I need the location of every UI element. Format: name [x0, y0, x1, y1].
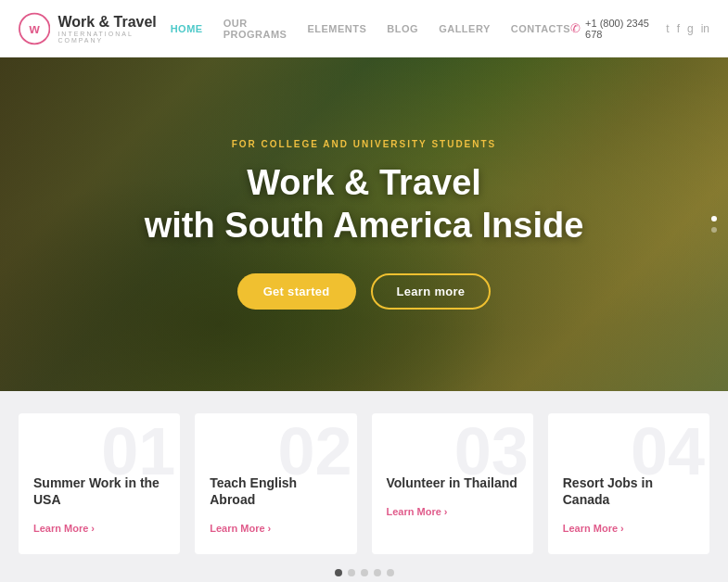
hero-tagline: For College and University Students — [232, 139, 497, 149]
page-dot-2[interactable] — [348, 569, 355, 576]
card-resort-canada: 04 Resort Jobs in Canada Learn More — [548, 413, 709, 554]
phone-area: ✆ +1 (800) 2345 678 — [570, 18, 655, 40]
page-dot-4[interactable] — [374, 569, 381, 576]
card-number-4: 04 — [631, 418, 705, 485]
main-nav: HOME OUR PROGRAMS ELEMENTS BLOG GALLERY … — [171, 18, 570, 40]
logo[interactable]: w Work & Travel International Company — [19, 11, 171, 46]
card-link-1[interactable]: Learn More — [33, 523, 95, 534]
nav-elements[interactable]: ELEMENTS — [307, 23, 366, 34]
card-number-1: 01 — [101, 418, 175, 485]
page-dot-1[interactable] — [335, 569, 342, 576]
hero-dot-1[interactable] — [711, 216, 717, 221]
nav-blog[interactable]: BLOG — [387, 23, 418, 34]
pagination — [19, 569, 709, 580]
hero-buttons: Get started Learn more — [237, 273, 492, 310]
phone-icon: ✆ — [570, 21, 581, 35]
learn-more-button[interactable]: Learn more — [371, 273, 492, 310]
hero-dot-2[interactable] — [711, 227, 717, 233]
cards-section: 01 Summer Work in the USA Learn More 02 … — [0, 391, 728, 582]
page-dot-3[interactable] — [361, 569, 368, 576]
hero-content: For College and University Students Work… — [0, 57, 728, 391]
linkedin-icon[interactable]: in — [701, 22, 709, 35]
hero-title-line2: with South America Inside — [145, 206, 584, 245]
nav-home[interactable]: HOME — [171, 23, 203, 34]
facebook-icon[interactable]: f — [677, 22, 680, 35]
header: w Work & Travel International Company HO… — [0, 0, 728, 57]
header-right: ✆ +1 (800) 2345 678 t f g in — [570, 18, 709, 40]
hero-title-line1: Work & Travel — [247, 163, 481, 202]
card-teach-english: 02 Teach English Abroad Learn More — [195, 413, 356, 554]
nav-contacts[interactable]: CONTACTS — [511, 23, 570, 34]
svg-text:w: w — [29, 20, 41, 35]
card-link-2[interactable]: Learn More — [210, 523, 271, 534]
logo-subtitle: International Company — [57, 31, 170, 44]
twitter-icon[interactable]: t — [666, 22, 669, 35]
card-link-3[interactable]: Learn More — [387, 506, 448, 517]
hero-title: Work & Travel with South America Inside — [145, 162, 584, 247]
card-number-3: 03 — [454, 418, 529, 485]
nav-programs[interactable]: OUR PROGRAMS — [224, 18, 287, 40]
social-icons: t f g in — [666, 22, 709, 35]
nav-gallery[interactable]: GALLERY — [439, 23, 491, 34]
logo-icon: w — [19, 11, 50, 46]
card-volunteer-thailand: 03 Volunteer in Thailand Learn More — [372, 413, 533, 554]
card-number-2: 02 — [277, 418, 351, 485]
phone-number: +1 (800) 2345 678 — [585, 18, 655, 40]
card-summer-usa: 01 Summer Work in the USA Learn More — [19, 413, 180, 554]
cards-grid: 01 Summer Work in the USA Learn More 02 … — [19, 413, 709, 554]
hero-slider-dots — [711, 216, 717, 233]
logo-title: Work & Travel — [57, 13, 170, 31]
hero-section: For College and University Students Work… — [0, 57, 728, 391]
google-plus-icon[interactable]: g — [687, 22, 694, 35]
get-started-button[interactable]: Get started — [237, 273, 356, 310]
page-dot-5[interactable] — [387, 569, 394, 576]
card-link-4[interactable]: Learn More — [563, 523, 624, 534]
